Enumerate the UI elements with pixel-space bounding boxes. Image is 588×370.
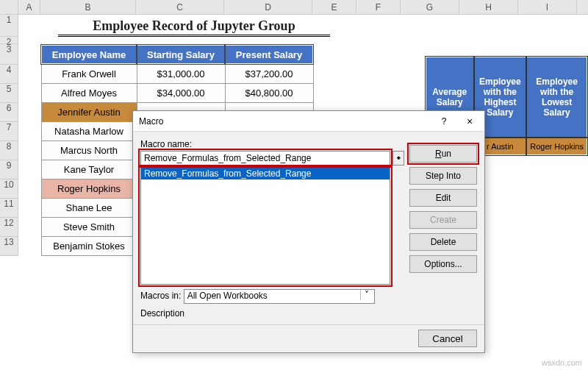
cell-start[interactable]: $31,000.00 — [137, 64, 225, 83]
row-8[interactable]: 8 — [0, 141, 18, 160]
cell-name[interactable]: Kane Taylor — [41, 160, 137, 179]
macro-list-item[interactable]: Remove_Formulas_from_Selected_Range — [141, 168, 390, 179]
macro-list[interactable]: Remove_Formulas_from_Selected_Range — [140, 167, 390, 285]
dialog-buttons: Run Step Into Edit Create Delete Options… — [409, 145, 477, 277]
description-label: Description — [140, 308, 477, 319]
col-G[interactable]: G — [401, 0, 459, 14]
run-button[interactable]: Run — [409, 145, 477, 163]
th-present[interactable]: Present Salary — [225, 45, 313, 64]
row-4[interactable]: 4 — [0, 65, 18, 84]
th-start[interactable]: Starting Salary — [137, 45, 225, 64]
row-10[interactable]: 10 — [0, 179, 18, 199]
col-I[interactable]: I — [518, 0, 577, 14]
cancel-button[interactable]: Cancel — [418, 330, 477, 347]
dialog-title: Macro — [139, 116, 163, 127]
cell-name[interactable]: Benjamin Stokes — [41, 236, 137, 255]
cell-start[interactable]: $34,000.00 — [137, 83, 225, 102]
macro-name-stepper[interactable]: 🠹 — [392, 151, 404, 166]
macros-in-label: Macros in: — [140, 291, 181, 301]
cell-name[interactable]: Jennifer Austin — [41, 102, 137, 121]
row-headers: 1 2 3 4 5 6 7 8 9 10 11 12 13 — [0, 15, 18, 256]
step-into-button[interactable]: Step Into — [409, 167, 477, 185]
macros-in-combo[interactable]: All Open Workbooks — [184, 289, 375, 304]
options-button[interactable]: Options... — [409, 255, 477, 273]
create-button: Create — [409, 211, 477, 229]
delete-button[interactable]: Delete — [409, 233, 477, 251]
cell-present[interactable]: $37,200.00 — [225, 64, 313, 83]
help-button[interactable]: ? — [433, 111, 455, 132]
row-6[interactable]: 6 — [0, 103, 18, 122]
row-13[interactable]: 13 — [0, 237, 18, 256]
edit-button[interactable]: Edit — [409, 189, 477, 207]
page-title: Employee Record of Jupyter Group — [58, 15, 330, 37]
cell-name[interactable]: Frank Orwell — [41, 64, 137, 83]
watermark: wsxdn.com — [542, 358, 582, 367]
td-low[interactable]: Roger Hopkins — [526, 138, 587, 155]
close-icon[interactable]: × — [455, 111, 484, 132]
table-row[interactable]: Frank Orwell$31,000.00$37,200.00 — [41, 64, 313, 83]
select-all-corner[interactable] — [0, 0, 18, 14]
col-C[interactable]: C — [136, 0, 224, 14]
th-low[interactable]: Employee with the Lowest Salary — [526, 57, 587, 138]
col-A[interactable]: A — [18, 0, 40, 14]
row-5[interactable]: 5 — [0, 84, 18, 103]
cell-name[interactable]: Marcus North — [41, 140, 137, 160]
row-12[interactable]: 12 — [0, 218, 18, 237]
row-3[interactable]: 3 — [0, 44, 18, 65]
macro-name-input[interactable] — [140, 151, 390, 166]
col-E[interactable]: E — [312, 0, 356, 14]
row-7[interactable]: 7 — [0, 122, 18, 141]
cell-name[interactable]: Natasha Marlow — [41, 121, 137, 140]
col-D[interactable]: D — [224, 0, 312, 14]
th-name[interactable]: Employee Name — [41, 45, 137, 64]
table-row[interactable]: Alfred Moyes$34,000.00$40,800.00 — [41, 83, 313, 102]
cell-present[interactable]: $40,800.00 — [225, 83, 313, 102]
row-2[interactable]: 2 — [0, 37, 18, 44]
dialog-titlebar[interactable]: Macro ? × — [133, 111, 484, 132]
cell-name[interactable]: Steve Smith — [41, 217, 137, 236]
cell-name[interactable]: Shane Lee — [41, 198, 137, 217]
col-H[interactable]: H — [459, 0, 518, 14]
row-1[interactable]: 1 — [0, 15, 18, 37]
col-B[interactable]: B — [40, 0, 136, 14]
row-11[interactable]: 11 — [0, 199, 18, 218]
column-headers: A B C D E F G H I — [0, 0, 588, 15]
col-F[interactable]: F — [356, 0, 401, 14]
macro-dialog: Macro ? × Macro name: 🠹 Remove_Formulas_… — [132, 110, 485, 353]
row-9[interactable]: 9 — [0, 160, 18, 179]
cell-name[interactable]: Roger Hopkins — [41, 179, 137, 198]
cell-name[interactable]: Alfred Moyes — [41, 83, 137, 102]
